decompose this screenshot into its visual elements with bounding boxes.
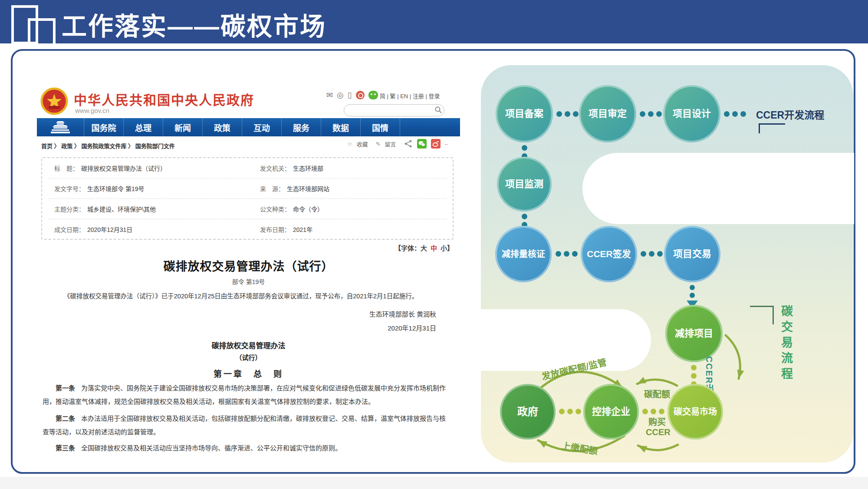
weibo-share-icon[interactable] bbox=[431, 139, 441, 149]
slide-title: 工作落实——碳权市场 bbox=[62, 6, 326, 43]
meta-value: 碳排放权交易管理办法（试行） bbox=[81, 164, 166, 172]
node-reduction-verification: 减排量核证 bbox=[495, 226, 552, 282]
nav-item-xinwen[interactable]: 新闻 bbox=[163, 118, 203, 136]
node-label: 项目备案 bbox=[505, 108, 543, 120]
nav-home-item[interactable] bbox=[37, 118, 84, 136]
nav-item-zongli[interactable]: 总理 bbox=[124, 118, 163, 136]
flow-dots bbox=[640, 111, 662, 117]
more-button[interactable]: – bbox=[445, 141, 448, 147]
meta-label: 标 题： bbox=[54, 164, 79, 172]
node-label: CCER签发 bbox=[587, 248, 631, 260]
star-icon[interactable]: ☆ bbox=[347, 141, 352, 147]
node-project-design: 项目设计 bbox=[663, 85, 720, 142]
weibo-glyph bbox=[432, 140, 439, 147]
quota-label: 碳配额 bbox=[644, 387, 670, 400]
flow-dots bbox=[556, 251, 578, 257]
site-url[interactable]: www.gov.cn bbox=[75, 107, 109, 114]
article-text: 为落实党中央、国务院关于建设全国碳排放权交易市场的决策部署，在应对气候变化和促进… bbox=[43, 384, 446, 405]
article-number: 第一条 bbox=[56, 384, 75, 392]
font-widget-prefix: 【字体： bbox=[395, 244, 421, 252]
meta-label: 来 源： bbox=[260, 184, 284, 193]
node-label: 碳交易市场 bbox=[674, 406, 717, 417]
node-label: 控排企业 bbox=[592, 406, 630, 418]
site-title[interactable]: 中华人民共和国中央人民政府 bbox=[74, 89, 254, 109]
node-label: 政府 bbox=[517, 405, 538, 418]
flow-dots bbox=[559, 409, 581, 414]
nav-item-zhengce[interactable]: 政策 bbox=[203, 118, 242, 136]
wechat-share-icon[interactable] bbox=[417, 139, 427, 149]
document-sign-date: 2020年12月31日 bbox=[37, 323, 436, 332]
meta-label: 发布日期： bbox=[260, 225, 290, 234]
meta-row: 发文字号：生态环境部令 第19号 来 源：生态环境部网站 bbox=[48, 178, 447, 199]
nav-item-guoqing[interactable]: 国情 bbox=[361, 118, 400, 136]
buy-ccer-label-line1: 购买 bbox=[648, 415, 666, 428]
favorite-button[interactable]: 收藏 bbox=[357, 140, 368, 148]
search-icon bbox=[434, 106, 442, 114]
font-size-widget: 【字体：大中小】 bbox=[0, 243, 454, 252]
nav-item-shuju[interactable]: 数据 bbox=[321, 118, 361, 136]
font-size-small-button[interactable]: 小 bbox=[441, 244, 447, 252]
node-project-record: 项目备案 bbox=[496, 85, 553, 142]
nav-item-guowuyuan[interactable]: 国务院 bbox=[84, 118, 124, 136]
node-project-trading: 项目交易 bbox=[664, 226, 720, 282]
meta-value: 2021年 bbox=[293, 225, 312, 234]
breadcrumb[interactable]: 首页 〉 政策 〉 国务院政策文件库 〉 国务院部门文件 bbox=[41, 142, 175, 150]
node-label: 减排项目 bbox=[675, 327, 713, 340]
search-input[interactable] bbox=[349, 107, 433, 114]
node-controlled-enterprise: 控排企业 bbox=[583, 384, 639, 439]
font-size-medium-button[interactable]: 中 bbox=[431, 244, 437, 252]
pencil-icon[interactable]: ✎ bbox=[376, 141, 381, 147]
article-text: 全国碳排放权交易及相关活动应当坚持市场导向、循序渐进、公平公开和诚实守信的原则。 bbox=[81, 444, 342, 452]
share-icon[interactable] bbox=[404, 139, 413, 148]
font-widget-suffix: 】 bbox=[447, 244, 454, 252]
header-icon-row: ✉ ◎ ▯ bbox=[326, 90, 378, 100]
chapter-heading: 第一章 总 则 bbox=[37, 367, 460, 379]
meta-label: 发文字号： bbox=[54, 184, 85, 193]
weibo-icon[interactable] bbox=[356, 91, 365, 99]
meta-label: 主题分类： bbox=[54, 205, 85, 213]
meta-label: 公文种类： bbox=[260, 205, 290, 213]
flow-dots bbox=[724, 111, 746, 117]
carbon-trade-label: 碳交易流程 bbox=[778, 305, 795, 383]
law-subtitle: （试行） bbox=[37, 353, 460, 362]
meta-value: 生态环境部网站 bbox=[287, 184, 329, 193]
meta-value: 命令（令） bbox=[293, 205, 323, 213]
node-project-monitoring: 项目监测 bbox=[497, 157, 552, 211]
wechat-glyph bbox=[418, 141, 425, 147]
node-project-validation: 项目审定 bbox=[579, 85, 636, 142]
article-text: 本办法适用于全国碳排放权交易及相关活动，包括碳排放配额分配和清缴，碳排放权登记、… bbox=[43, 415, 446, 436]
mail-icon[interactable]: ✉ bbox=[326, 90, 333, 100]
contact-icon[interactable]: ◎ bbox=[337, 90, 344, 100]
flow-dots bbox=[641, 251, 663, 257]
nav-item-hudong[interactable]: 互动 bbox=[242, 118, 282, 136]
comment-button[interactable]: 留言 bbox=[385, 140, 396, 148]
document-title: 碳排放权交易管理办法（试行） bbox=[37, 257, 460, 274]
article-number: 第三条 bbox=[56, 444, 75, 452]
document-subtitle: 部令 第19号 bbox=[37, 277, 460, 286]
ccer-development-label: CCER开发流程 bbox=[756, 107, 824, 122]
buy-ccer-label-line2: CCER bbox=[646, 427, 671, 437]
meta-value: 2020年12月31日 bbox=[87, 225, 132, 234]
wechat-icon[interactable] bbox=[368, 91, 378, 99]
search-button[interactable] bbox=[433, 106, 444, 115]
meta-row: 主题分类：城乡建设、环境保护\其他 公文种类：命令（令） bbox=[48, 199, 447, 219]
meta-value: 城乡建设、环境保护\其他 bbox=[87, 205, 156, 213]
document-intro: 《碳排放权交易管理办法（试行）》已于2020年12月25日由生态环境部部务会议审… bbox=[51, 290, 451, 302]
node-label: 项目设计 bbox=[673, 108, 711, 120]
language-login-links[interactable]: 简 | 繁 | EN | 注册 | 登录 bbox=[380, 92, 440, 100]
flow-band-cutout-right bbox=[582, 153, 854, 224]
document-signer: 生态环境部部长 黄润秋 bbox=[37, 309, 436, 318]
font-size-large-button[interactable]: 大 bbox=[421, 244, 427, 252]
mobile-icon[interactable]: ▯ bbox=[348, 90, 352, 100]
flow-dots bbox=[642, 409, 664, 414]
law-title: 碳排放权交易管理办法 bbox=[37, 340, 460, 350]
node-carbon-market: 碳交易市场 bbox=[667, 384, 723, 439]
meta-row: 标 题：碳排放权交易管理办法（试行） 发文机关：生态环境部 bbox=[48, 158, 447, 178]
national-emblem-logo bbox=[40, 87, 69, 116]
node-label: 项目交易 bbox=[673, 248, 711, 260]
slide: 工作落实——碳权市场 中华人民共和国中央人民政府 www.gov.cn ✉ ◎ … bbox=[0, 0, 868, 489]
flow-dots-vertical bbox=[690, 285, 695, 298]
nav-item-fuwu[interactable]: 服务 bbox=[282, 118, 321, 136]
node-government: 政府 bbox=[500, 384, 556, 439]
page-action-bar: ☆ 收藏 ✎ 留言 – bbox=[347, 139, 456, 149]
